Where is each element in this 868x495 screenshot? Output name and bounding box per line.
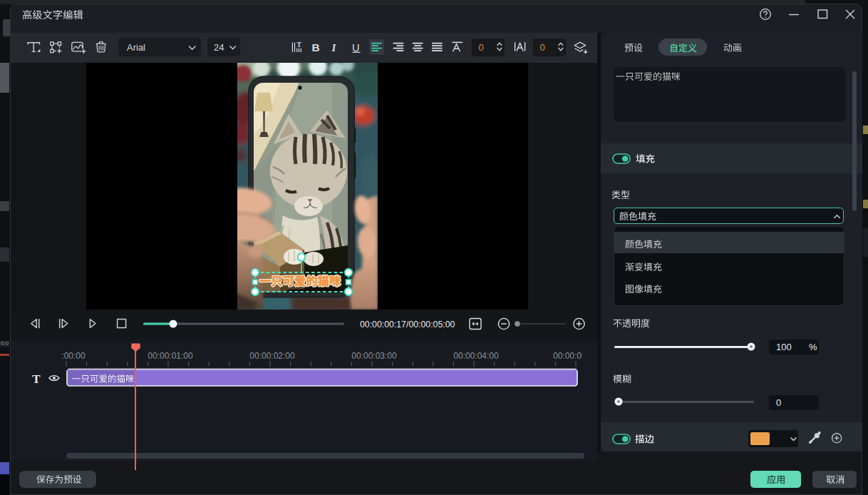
svg-text:00:00:02:00: 00:00:02:00 [249, 351, 295, 361]
svg-text:I: I [331, 42, 337, 53]
svg-text:U: U [352, 42, 359, 53]
svg-text:00:00:00:17/00:00:05:00: 00:00:00:17/00:00:05:00 [360, 320, 455, 330]
svg-text:00:00:04:00: 00:00:04:00 [453, 351, 499, 361]
svg-text:T: T [32, 372, 41, 386]
svg-text:00:00:01:00: 00:00:01:00 [148, 351, 193, 361]
svg-text:00:00:03:00: 00:00:03:00 [351, 351, 397, 361]
svg-text:B: B [312, 41, 320, 53]
svg-text::00:00: :00:00 [61, 351, 86, 361]
svg-text:T: T [297, 41, 302, 49]
svg-text:00:00:05:00: 00:00:05:00 [553, 351, 598, 361]
